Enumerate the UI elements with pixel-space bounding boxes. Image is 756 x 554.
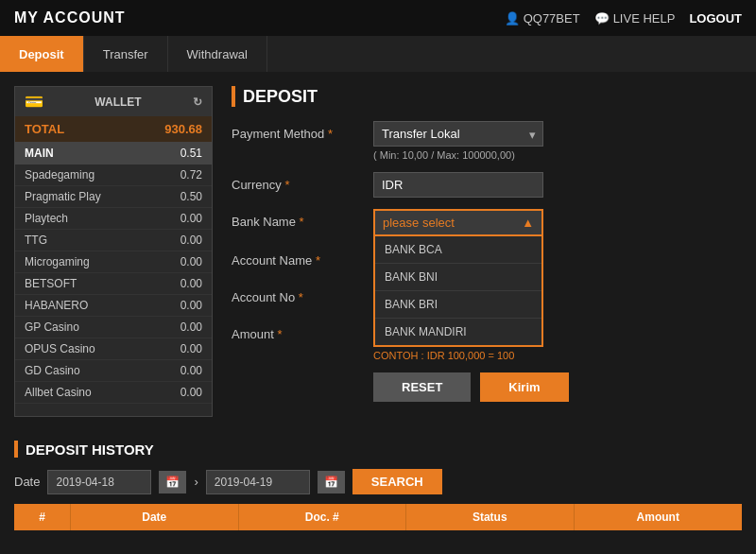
wallet-item-value: 0.00 xyxy=(180,320,202,334)
history-filters: Date 📅 › 📅 SEARCH xyxy=(14,469,742,494)
payment-method-select-wrapper: Transfer Lokal xyxy=(373,121,543,147)
wallet-item-name: OPUS Casino xyxy=(25,342,95,355)
live-help-button[interactable]: 💬 LIVE HELP xyxy=(594,11,676,26)
wallet-total-label: TOTAL xyxy=(25,122,64,136)
bank-option[interactable]: BANK BNI xyxy=(375,264,541,291)
amount-label: Amount * xyxy=(232,321,364,341)
list-item: GP Casino0.00 xyxy=(15,317,212,338)
list-item: Spadegaming0.72 xyxy=(15,164,212,186)
wallet-item-name: HABANERO xyxy=(25,299,88,312)
logout-button[interactable]: LOGOUT xyxy=(689,11,742,26)
bank-name-list: BANK BCABANK BNIBANK BRIBANK MANDIRI xyxy=(373,236,543,347)
example-text: CONTOH : IDR 100,000 = 100 xyxy=(373,350,742,361)
payment-hint: ( Min: 10,00 / Max: 100000,00) xyxy=(373,149,742,161)
wallet-header: 💳 WALLET ↻ xyxy=(15,87,212,116)
nav-tabs: Deposit Transfer Withdrawal xyxy=(0,36,756,72)
wallet-list: Spadegaming0.72Pragmatic Play0.50Playtec… xyxy=(15,164,212,404)
wallet-title: WALLET xyxy=(94,95,141,109)
deposit-title: DEPOSIT xyxy=(232,86,742,107)
username: QQ77BET xyxy=(524,11,580,26)
calendar-to-icon[interactable]: 📅 xyxy=(318,471,345,493)
wallet-item-value: 0.50 xyxy=(180,190,202,203)
table-header-cell: # xyxy=(14,504,71,530)
wallet-panel: 💳 WALLET ↻ TOTAL 930.68 MAIN 0.51 Spadeg… xyxy=(14,86,213,417)
wallet-item-value: 0.00 xyxy=(180,299,202,312)
history-section: DEPOSIT HISTORY Date 📅 › 📅 SEARCH #DateD… xyxy=(0,431,756,540)
wallet-main-label: MAIN xyxy=(25,147,54,160)
wallet-total-row: TOTAL 930.68 xyxy=(15,116,212,142)
list-item: HABANERO0.00 xyxy=(15,295,212,317)
bank-name-selected[interactable]: please select ▲ xyxy=(373,209,543,236)
payment-method-select[interactable]: Transfer Lokal xyxy=(373,121,543,147)
wallet-item-name: Playtech xyxy=(25,212,68,225)
wallet-item-value: 0.00 xyxy=(180,364,202,377)
tab-deposit[interactable]: Deposit xyxy=(0,36,84,72)
account-no-label: Account No * xyxy=(232,285,364,304)
submit-button[interactable]: Kirim xyxy=(480,372,568,402)
bank-option[interactable]: BANK BCA xyxy=(375,236,541,264)
bank-name-control: please select ▲ BANK BCABANK BNIBANK BRI… xyxy=(373,209,742,236)
wallet-item-name: BETSOFT xyxy=(25,277,77,290)
payment-method-label: Payment Method * xyxy=(232,121,364,141)
table-header-cell: Amount xyxy=(575,504,743,530)
list-item: TTG0.00 xyxy=(15,230,212,251)
list-item: Pragmatic Play0.50 xyxy=(15,186,212,208)
currency-label: Currency * xyxy=(232,172,364,192)
list-item: BETSOFT0.00 xyxy=(15,273,212,295)
list-item: OPUS Casino0.00 xyxy=(15,338,212,360)
calendar-from-icon[interactable]: 📅 xyxy=(159,471,186,493)
reset-button[interactable]: RESET xyxy=(373,372,471,402)
list-item: Microgaming0.00 xyxy=(15,251,212,273)
date-label: Date xyxy=(14,475,40,489)
page-title: MY ACCOUNT xyxy=(14,9,126,26)
list-item: GD Casino0.00 xyxy=(15,360,212,382)
table-header: #DateDoc. #StatusAmount xyxy=(14,504,742,530)
wallet-item-name: GP Casino xyxy=(25,320,79,334)
wallet-main-row: MAIN 0.51 xyxy=(15,142,212,164)
wallet-item-name: Allbet Casino xyxy=(25,386,92,399)
table-header-cell: Doc. # xyxy=(239,504,407,530)
bank-name-placeholder: please select xyxy=(383,216,455,230)
date-to-input[interactable] xyxy=(206,470,310,494)
currency-control xyxy=(373,172,742,198)
main-content: 💳 WALLET ↻ TOTAL 930.68 MAIN 0.51 Spadeg… xyxy=(0,72,756,431)
search-button[interactable]: SEARCH xyxy=(352,469,442,494)
currency-input[interactable] xyxy=(373,172,543,198)
table-header-cell: Date xyxy=(71,504,239,530)
wallet-item-name: TTG xyxy=(25,234,47,247)
user-info: 👤 QQ77BET xyxy=(505,11,580,26)
user-icon: 👤 xyxy=(505,11,520,26)
payment-method-control: Transfer Lokal ( Min: 10,00 / Max: 10000… xyxy=(373,121,742,161)
tab-withdrawal[interactable]: Withdrawal xyxy=(168,36,267,72)
bank-name-row: Bank Name * please select ▲ BANK BCABANK… xyxy=(232,209,742,236)
wallet-item-value: 0.00 xyxy=(180,386,202,399)
wallet-item-value: 0.00 xyxy=(180,234,202,247)
chat-icon: 💬 xyxy=(594,11,610,26)
deposit-section: DEPOSIT Payment Method * Transfer Lokal … xyxy=(232,86,742,417)
wallet-icon: 💳 xyxy=(25,93,43,111)
wallet-item-name: Pragmatic Play xyxy=(25,190,101,203)
wallet-item-value: 0.72 xyxy=(180,168,202,182)
list-item: Allbet Casino0.00 xyxy=(15,382,212,404)
wallet-item-value: 0.00 xyxy=(180,277,202,290)
date-from-input[interactable] xyxy=(47,470,151,494)
wallet-item-name: GD Casino xyxy=(25,364,80,377)
chevron-up-icon: ▲ xyxy=(522,216,534,230)
account-name-label: Account Name * xyxy=(232,248,364,268)
bank-option[interactable]: BANK BRI xyxy=(375,291,541,319)
wallet-main-value: 0.51 xyxy=(180,147,202,160)
payment-method-row: Payment Method * Transfer Lokal ( Min: 1… xyxy=(232,121,742,161)
bank-name-label: Bank Name * xyxy=(232,209,364,229)
bank-option[interactable]: BANK MANDIRI xyxy=(375,319,541,345)
wallet-item-value: 0.00 xyxy=(180,212,202,225)
tab-transfer[interactable]: Transfer xyxy=(84,36,168,72)
header: MY ACCOUNT 👤 QQ77BET 💬 LIVE HELP LOGOUT xyxy=(0,0,756,36)
header-actions: 👤 QQ77BET 💬 LIVE HELP LOGOUT xyxy=(505,11,742,26)
list-item: Playtech0.00 xyxy=(15,208,212,230)
refresh-icon[interactable]: ↻ xyxy=(193,95,202,109)
wallet-total-value: 930.68 xyxy=(164,122,202,136)
form-buttons: RESET Kirim xyxy=(232,372,742,402)
currency-row: Currency * xyxy=(232,172,742,198)
table-header-cell: Status xyxy=(406,504,575,530)
date-range-arrow: › xyxy=(194,475,198,489)
